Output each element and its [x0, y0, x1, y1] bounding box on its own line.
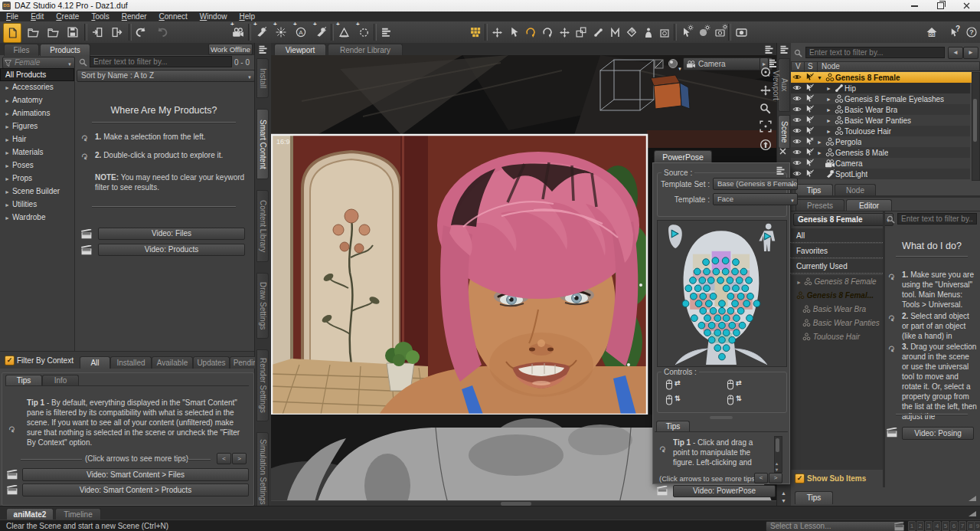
render-settings-button[interactable] — [711, 23, 728, 41]
lesson-dropdown[interactable]: Select a Lesson... — [766, 521, 904, 531]
lesson-5-button[interactable]: 5 — [942, 521, 949, 531]
powerpose-preview[interactable] — [657, 220, 787, 367]
editor-item-basic-wear-bra[interactable]: Basic Wear Bra — [790, 303, 883, 316]
video-products-button[interactable]: Video: Products — [98, 244, 245, 256]
tips-scrollbar[interactable]: ▾▴ — [774, 436, 782, 473]
tab-render-library[interactable]: Render Library — [328, 44, 403, 56]
tab-installed[interactable]: Installed — [110, 356, 152, 369]
toolbar-menu-button[interactable] — [377, 23, 394, 41]
work-offline-button[interactable]: Work Offline — [208, 44, 253, 55]
lesson-4-button[interactable]: 4 — [933, 521, 941, 531]
redo-button[interactable] — [153, 23, 170, 41]
template-dropdown[interactable]: Face — [713, 193, 798, 205]
category-all-products[interactable]: All Products — [0, 68, 74, 81]
tab-info[interactable]: Info — [42, 375, 79, 386]
category-hair[interactable]: ►Hair — [0, 133, 74, 145]
render-button[interactable] — [733, 23, 750, 41]
close-icon[interactable] — [963, 2, 970, 9]
lesson-2-button[interactable]: 2 — [916, 521, 924, 531]
dock-tab-draw-settings[interactable]: Draw Settings — [256, 273, 269, 339]
film-icon[interactable] — [894, 522, 905, 531]
search-icon[interactable] — [887, 215, 895, 225]
content-filter-dropdown[interactable]: Female — [2, 57, 75, 69]
tool-settings-button[interactable] — [678, 23, 694, 41]
whats-this-button[interactable]: ? — [945, 23, 962, 41]
new-file-button[interactable] — [3, 23, 21, 43]
aux-view-icon[interactable]: ▼ — [668, 58, 679, 70]
menu-connect[interactable]: Connect — [153, 11, 194, 21]
new-primitive-button[interactable]: + — [335, 23, 352, 41]
category-scene-builder[interactable]: ►Scene Builder — [0, 185, 74, 197]
dock-tab-content-library[interactable]: Content Library — [256, 190, 269, 262]
figure-dropdown[interactable]: Genesis 8 Female — [793, 213, 893, 226]
scene-node-row[interactable]: ▼ Genesis 8 Female — [791, 72, 972, 83]
tab-files[interactable]: Files — [4, 44, 39, 56]
merge-file-button[interactable] — [44, 23, 61, 41]
editor-item-toulouse-hair[interactable]: Toulouse Hair — [790, 330, 883, 344]
camera-cube-button[interactable] — [657, 23, 674, 41]
node-weight-brush-button[interactable] — [606, 23, 623, 41]
sort-dropdown[interactable]: Sort by Name : A to Z — [77, 70, 255, 82]
new-spotlight-button[interactable]: + — [253, 23, 270, 41]
scene-node-row[interactable]: ► Genesis 8 Female Eyelashes — [791, 93, 970, 104]
new-distant-light-button[interactable]: A+ — [292, 23, 309, 41]
pan-icon[interactable] — [760, 84, 772, 98]
tab-tips[interactable]: Tips — [5, 375, 42, 386]
minimize-button[interactable] — [911, 5, 918, 7]
menu-create[interactable]: Create — [50, 11, 85, 21]
left-filter-input[interactable] — [90, 56, 232, 67]
next-tip-button[interactable]: > — [769, 473, 782, 483]
tab-editor[interactable]: Editor — [846, 199, 892, 211]
scene-node-row[interactable]: ► Basic Wear Panties — [791, 115, 970, 126]
editor-item-genesis8female[interactable]: ► Genesis 8 Female — [790, 275, 883, 289]
video-files-button[interactable]: Video: Files — [98, 228, 245, 240]
template-set-dropdown[interactable]: Base (Genesis 8 Female) — [713, 178, 798, 190]
video-smart-content-products-button[interactable]: Video: Smart Content > Products — [22, 483, 249, 497]
editor-item-favorites[interactable]: Favorites — [790, 244, 883, 258]
scene-filter-input[interactable] — [805, 47, 945, 58]
video-powerpose-button[interactable]: Video: PowerPose — [673, 485, 776, 497]
scene-node-row[interactable]: SpotLight — [791, 169, 970, 179]
tab-all[interactable]: All — [80, 356, 110, 369]
category-utilities[interactable]: ►Utilities — [0, 198, 74, 210]
dock-tab-aux-viewport[interactable]: Aux Viewport — [778, 58, 790, 112]
category-materials[interactable]: ►Materials — [0, 146, 74, 158]
orbit-icon[interactable] — [760, 66, 772, 80]
filter-by-context-checkbox[interactable]: ✓ — [5, 356, 15, 365]
scene-node-row[interactable]: Camera — [791, 158, 970, 169]
video-smart-content-files-button[interactable]: Video: Smart Content > Files — [22, 468, 249, 481]
posing-tab-tips[interactable]: Tips — [795, 491, 833, 504]
splitter-handle[interactable] — [710, 416, 733, 419]
surface-selection-tool-button[interactable] — [623, 23, 640, 41]
figure-setup-button[interactable] — [640, 23, 657, 41]
menu-render[interactable]: Render — [116, 11, 153, 21]
help-button[interactable]: ? — [963, 23, 980, 41]
dock-tab-install[interactable]: Install — [256, 58, 269, 98]
lesson-1-button[interactable]: 1 — [908, 521, 916, 531]
filter-prev-button[interactable]: ◄ — [948, 47, 963, 59]
video-posing-button[interactable]: Video: Posing — [902, 427, 974, 440]
prev-tip-button[interactable]: < — [754, 473, 768, 483]
undo-button[interactable] — [133, 23, 150, 41]
category-wardrobe[interactable]: ►Wardrobe — [0, 211, 74, 223]
translate-tool-button[interactable] — [556, 23, 573, 41]
scene-node-row[interactable]: ► Pergola — [791, 136, 970, 147]
pane-menu-icon[interactable] — [779, 45, 789, 54]
scroll-down-icon[interactable]: ▼ — [781, 498, 786, 503]
dock-tab-render-settings[interactable]: Render Settings — [256, 349, 269, 421]
frame-icon[interactable] — [760, 120, 772, 134]
editor-item-genesis8female-selected[interactable]: Genesis 8 Femal... — [790, 289, 883, 303]
rotate-tool-button[interactable] — [539, 23, 556, 41]
scroll-up-icon[interactable]: ▲ — [781, 490, 786, 496]
scene-node-row[interactable]: ► Toulouse Hair — [791, 126, 970, 136]
scene-tab-tips[interactable]: Tips — [795, 184, 833, 196]
tab-presets[interactable]: Presets — [795, 199, 844, 211]
smart-content-button[interactable] — [467, 23, 484, 41]
home-button[interactable] — [923, 23, 940, 41]
lesson-6-button[interactable]: 6 — [950, 521, 958, 531]
filter-next-button[interactable]: ► — [963, 47, 978, 59]
joint-editor-tool-button[interactable] — [590, 23, 606, 41]
scene-node-row[interactable]: ► Hip — [791, 83, 970, 93]
tab-products[interactable]: Products — [40, 44, 90, 56]
new-point-light-button[interactable]: + — [273, 23, 289, 41]
